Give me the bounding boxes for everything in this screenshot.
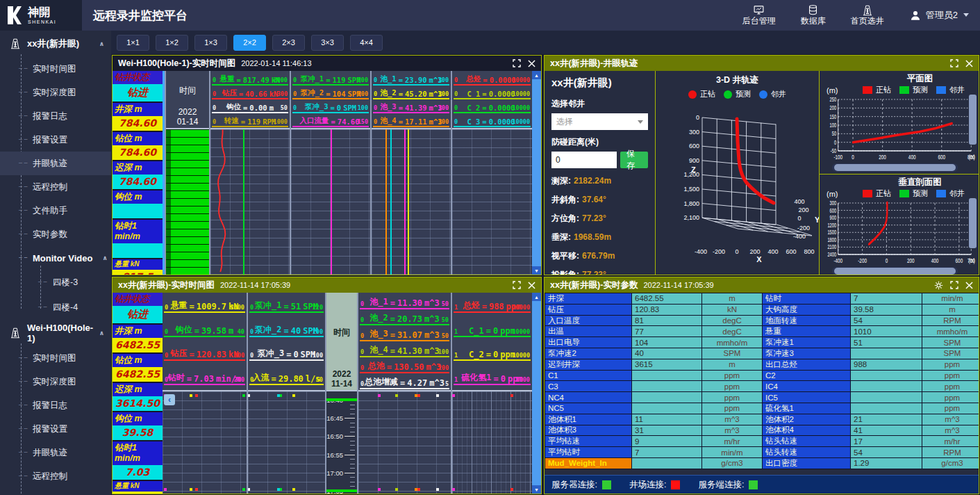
- horizontal-scrollbar[interactable]: [832, 163, 958, 172]
- sidebar-well-header[interactable]: Wei-H100(Hole-1)∧: [0, 320, 111, 346]
- param-value: 6482.55: [632, 293, 701, 304]
- sidebar-item-报警日志[interactable]: 报警日志: [0, 104, 111, 128]
- grid-layout-button-3×3[interactable]: 3×3: [311, 35, 344, 51]
- chart-plot: 250200150100500-50-1000200400600800(m): [822, 95, 976, 162]
- legend-label: 正钻: [876, 85, 891, 95]
- scroll-down-icon[interactable]: ▼: [532, 266, 541, 275]
- grid-layout-button-1×1[interactable]: 1×1: [117, 35, 149, 51]
- scroll-down-icon[interactable]: ▼: [532, 485, 541, 494]
- time-track: 16:4016:4516:5016:5517:0017:05: [326, 391, 357, 494]
- close-icon[interactable]: [528, 60, 535, 67]
- curve-scale-max: 10000: [512, 304, 530, 311]
- sidebar-item-报警设置[interactable]: 报警设置: [0, 417, 111, 441]
- sidebar-item-实时深度图[interactable]: 实时深度图: [0, 81, 111, 104]
- sidebar-item-Monitor Video[interactable]: Monitor Video∧: [0, 246, 111, 270]
- grid-layout-button-1×2[interactable]: 1×2: [156, 35, 188, 51]
- scroll-up-icon[interactable]: ▲: [532, 293, 541, 301]
- curve-header: 0泵冲_2104SPM200: [292, 86, 369, 99]
- strip-group: 钩位 m: [113, 190, 163, 218]
- equals-sign: [239, 90, 243, 98]
- sidebar-item-文件助手[interactable]: 文件助手: [0, 488, 111, 495]
- svg-text:400: 400: [794, 198, 804, 205]
- grid-layout-button-1×3[interactable]: 1×3: [194, 35, 227, 51]
- curve-line-wavy: [210, 129, 290, 275]
- sidebar-item-实时参数[interactable]: 实时参数: [0, 222, 111, 246]
- svg-text:400: 400: [931, 257, 939, 265]
- curve-name: C_2: [469, 350, 484, 359]
- chart-canvas: 30060090012001500180021002400-400-200020…: [822, 199, 976, 266]
- sidebar-item-四楼-3[interactable]: 四楼-3: [0, 270, 111, 295]
- close-icon[interactable]: [528, 282, 535, 289]
- expand-icon[interactable]: [950, 281, 958, 289]
- nav-item-2[interactable]: 首页选井: [851, 4, 884, 26]
- vertical-scrollbar[interactable]: ▲▼: [532, 293, 541, 494]
- expand-icon[interactable]: [513, 281, 521, 289]
- grid-layout-button-4×4[interactable]: 4×4: [350, 35, 383, 51]
- sidebar-item-远程控制[interactable]: 远程控制: [0, 175, 111, 199]
- close-icon[interactable]: [965, 282, 973, 289]
- curve-scale-min: 0: [454, 76, 458, 83]
- nav-item-0[interactable]: 后台管理: [742, 4, 776, 26]
- status-label: 服务器连接:: [551, 479, 597, 491]
- expand-icon[interactable]: [950, 59, 958, 67]
- curve-header: 0入流29.80l/s50: [249, 370, 324, 385]
- status-item: 井场连接:: [629, 479, 680, 491]
- sidebar-item-文件助手[interactable]: 文件助手: [0, 199, 111, 222]
- sidebar-item-四楼-4[interactable]: 四楼-4: [0, 295, 111, 320]
- field-value: 676.79m: [582, 251, 615, 261]
- sidebar-item-实时深度图[interactable]: 实时深度图: [0, 370, 111, 393]
- curve-scale-min: 1: [454, 304, 458, 311]
- save-button[interactable]: 保存: [620, 152, 648, 168]
- strip-group: 迟深 m784.60: [113, 161, 163, 189]
- curve-header: 0池_111.30m^350: [360, 294, 449, 309]
- time-tick-minor: [350, 459, 355, 460]
- curve-header: 0钻压40.66kN300: [212, 86, 288, 99]
- horizontal-scrollbar[interactable]: [832, 267, 958, 275]
- curve-scale-min: 0: [360, 364, 364, 371]
- svg-text:-200: -200: [858, 257, 867, 265]
- anticollision-distance-input[interactable]: [551, 152, 617, 168]
- svg-text:600: 600: [688, 143, 699, 149]
- curve-scale-min: 1: [454, 328, 458, 335]
- curve-name: 池_2: [369, 312, 388, 324]
- sidebar-item-井眼轨迹[interactable]: 井眼轨迹: [0, 441, 111, 464]
- expand-icon[interactable]: [513, 59, 521, 67]
- sidebar-item-实时时间图[interactable]: 实时时间图: [0, 57, 111, 81]
- neighbor-well-select[interactable]: 选择: [551, 113, 648, 130]
- curve-value: 41.39: [405, 104, 427, 112]
- curve-header: 0钩位39.58m40: [164, 322, 245, 337]
- vertical-scrollbar[interactable]: [969, 198, 977, 248]
- svg-text:2100: 2100: [827, 243, 836, 251]
- curve-scale-min: 0: [454, 104, 458, 111]
- curve-scale-min: 0: [213, 76, 216, 83]
- sidebar-item-实时时间图[interactable]: 实时时间图: [0, 346, 111, 370]
- sidebar-list: 实时时间图实时深度图报警日志报警设置井眼轨迹远程控制文件助手: [0, 346, 111, 495]
- panel-title-bar: Wei-H100(Hole-1)-实时时间图 2022-01-14 11:46:…: [113, 56, 541, 71]
- param-unit: ppm: [922, 381, 979, 391]
- scrollbar-thumb: [834, 164, 956, 171]
- sidebar-item-井眼轨迹[interactable]: 井眼轨迹: [0, 152, 111, 175]
- scroll-up-icon[interactable]: ▲: [532, 71, 541, 79]
- curve-scale-min: 0: [374, 76, 377, 83]
- grid-layout-button-2×2[interactable]: 2×2: [233, 35, 266, 51]
- curve-name: 池_1: [369, 296, 388, 308]
- nav-item-1[interactable]: 数据库: [801, 4, 826, 26]
- sidebar-well-header[interactable]: xx井(新井眼)∧: [0, 31, 111, 57]
- svg-text:200: 200: [798, 206, 808, 213]
- close-icon[interactable]: [965, 60, 973, 67]
- vertical-scrollbar[interactable]: ▲▼: [532, 71, 541, 275]
- grid-layout-button-2×3[interactable]: 2×3: [272, 35, 305, 51]
- svg-text:-400: -400: [792, 233, 805, 240]
- curve-line: [390, 129, 392, 275]
- user-menu[interactable]: 管理员2: [909, 9, 969, 22]
- layout-toolbar: 1×11×21×32×22×33×34×4: [111, 31, 980, 54]
- nav-item-label: 后台管理: [742, 16, 776, 26]
- sidebar-item-报警日志[interactable]: 报警日志: [0, 393, 111, 417]
- vertical-scrollbar[interactable]: [969, 95, 977, 145]
- collapse-strip-button[interactable]: ‹: [164, 394, 175, 405]
- equals-sign: [399, 117, 403, 126]
- gear-icon[interactable]: [934, 281, 943, 290]
- sidebar-item-远程控制[interactable]: 远程控制: [0, 464, 111, 488]
- sidebar-item-报警设置[interactable]: 报警设置: [0, 128, 111, 152]
- trajectory-info: xx井(新井眼) 选择邻井 选择 防碰距离(米) 保存 测深:2182.24m井…: [545, 71, 656, 275]
